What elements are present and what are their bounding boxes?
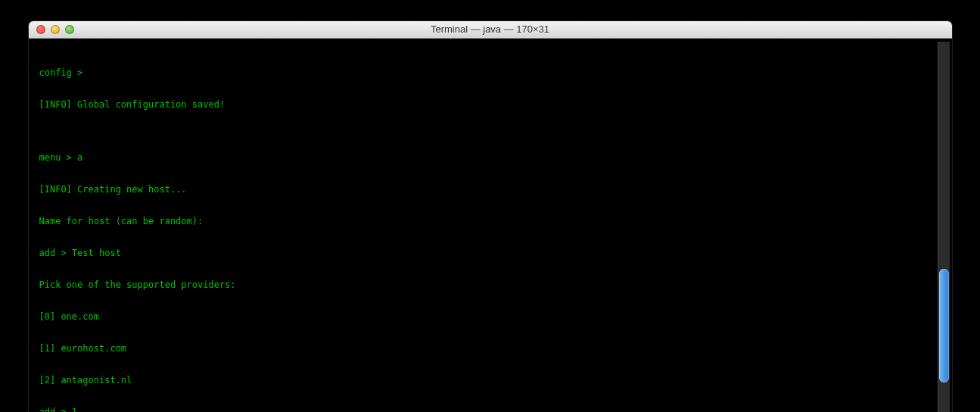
terminal-body[interactable]: config > [INFO] Global configuration sav…: [29, 39, 952, 412]
terminal-line: Pick one of the supported providers:: [39, 279, 941, 290]
terminal-line: [0] one.com: [39, 311, 941, 322]
terminal-line: [INFO] Creating new host...: [39, 184, 941, 195]
scrollbar[interactable]: [938, 42, 950, 412]
scrollbar-thumb[interactable]: [939, 269, 949, 382]
terminal-line: Name for host (can be random):: [39, 216, 941, 226]
titlebar: Terminal — java — 170×31: [29, 21, 952, 39]
window-title: Terminal — java — 170×31: [29, 21, 952, 38]
terminal-line: [2] antagonist.nl: [39, 375, 941, 385]
terminal-line: config >: [39, 67, 941, 78]
terminal-line: add > Test host: [39, 248, 941, 258]
terminal-window: Terminal — java — 170×31 config > [INFO]…: [29, 21, 952, 412]
terminal-line: add > 1: [39, 407, 941, 412]
terminal-line: [1] eurohost.com: [39, 343, 941, 354]
terminal-line: [INFO] Global configuration saved!: [39, 99, 941, 110]
terminal-line: menu > a: [39, 152, 941, 163]
